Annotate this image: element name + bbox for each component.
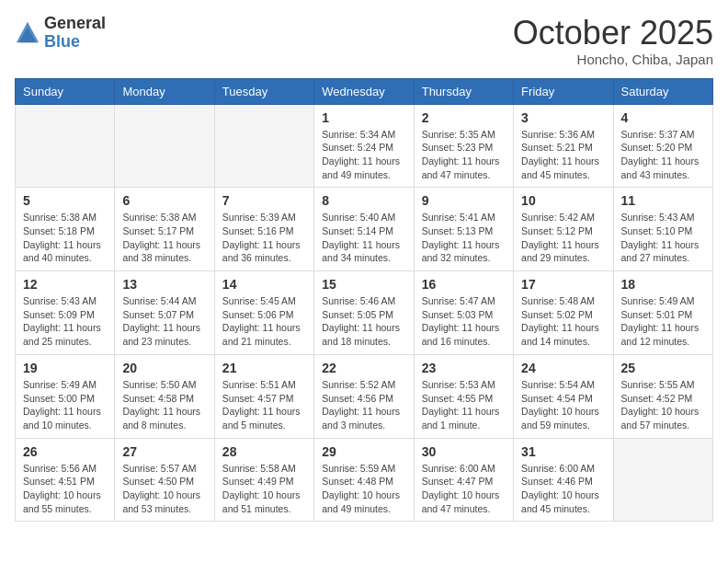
calendar-cell: 27Sunrise: 5:57 AM Sunset: 4:50 PM Dayli… (115, 438, 214, 522)
day-number: 22 (322, 361, 405, 375)
day-info: Sunrise: 5:44 AM Sunset: 5:07 PM Dayligh… (122, 294, 206, 349)
day-number: 14 (222, 277, 306, 292)
calendar-cell: 19Sunrise: 5:49 AM Sunset: 5:00 PM Dayli… (16, 354, 115, 438)
weekday-header-friday: Friday (514, 78, 613, 104)
calendar-cell: 9Sunrise: 5:41 AM Sunset: 5:13 PM Daylig… (414, 188, 513, 271)
day-info: Sunrise: 5:49 AM Sunset: 5:01 PM Dayligh… (621, 294, 705, 349)
calendar-header: SundayMondayTuesdayWednesdayThursdayFrid… (16, 78, 713, 104)
day-number: 27 (122, 444, 206, 459)
week-row-5: 26Sunrise: 5:56 AM Sunset: 4:51 PM Dayli… (16, 438, 713, 522)
day-info: Sunrise: 5:52 AM Sunset: 4:56 PM Dayligh… (322, 378, 405, 432)
day-number: 10 (521, 193, 605, 208)
calendar-cell: 2Sunrise: 5:35 AM Sunset: 5:23 PM Daylig… (414, 104, 513, 188)
calendar-cell: 7Sunrise: 5:39 AM Sunset: 5:16 PM Daylig… (214, 188, 313, 271)
day-info: Sunrise: 5:59 AM Sunset: 4:48 PM Dayligh… (322, 462, 405, 516)
day-info: Sunrise: 5:38 AM Sunset: 5:17 PM Dayligh… (122, 211, 206, 265)
calendar-cell: 20Sunrise: 5:50 AM Sunset: 4:58 PM Dayli… (115, 354, 214, 438)
day-number: 29 (322, 444, 405, 459)
day-number: 17 (521, 277, 605, 292)
day-info: Sunrise: 5:37 AM Sunset: 5:20 PM Dayligh… (621, 128, 705, 182)
day-info: Sunrise: 5:43 AM Sunset: 5:09 PM Dayligh… (23, 294, 107, 349)
day-number: 20 (122, 361, 206, 375)
calendar-cell: 11Sunrise: 5:43 AM Sunset: 5:10 PM Dayli… (613, 188, 712, 271)
day-number: 31 (521, 444, 605, 459)
day-number: 25 (621, 361, 705, 375)
day-number: 16 (422, 277, 506, 292)
day-number: 24 (521, 361, 605, 375)
calendar-cell (214, 104, 313, 188)
logo-icon (15, 20, 40, 46)
day-info: Sunrise: 5:56 AM Sunset: 4:51 PM Dayligh… (23, 462, 107, 516)
logo: General Blue (15, 15, 106, 52)
week-row-3: 12Sunrise: 5:43 AM Sunset: 5:09 PM Dayli… (16, 271, 713, 355)
day-info: Sunrise: 5:48 AM Sunset: 5:02 PM Dayligh… (521, 294, 605, 349)
calendar-cell: 5Sunrise: 5:38 AM Sunset: 5:18 PM Daylig… (16, 188, 115, 271)
day-number: 19 (23, 361, 107, 375)
calendar-cell: 22Sunrise: 5:52 AM Sunset: 4:56 PM Dayli… (314, 354, 414, 438)
calendar-cell (115, 104, 214, 188)
calendar-cell: 23Sunrise: 5:53 AM Sunset: 4:55 PM Dayli… (414, 354, 513, 438)
calendar-cell: 31Sunrise: 6:00 AM Sunset: 4:46 PM Dayli… (514, 438, 613, 522)
day-number: 11 (621, 193, 705, 208)
day-info: Sunrise: 5:41 AM Sunset: 5:13 PM Dayligh… (422, 211, 506, 265)
page-header: General Blue October 2025 Honcho, Chiba,… (15, 15, 713, 67)
calendar-cell: 30Sunrise: 6:00 AM Sunset: 4:47 PM Dayli… (414, 438, 513, 522)
day-info: Sunrise: 5:36 AM Sunset: 5:21 PM Dayligh… (521, 128, 605, 182)
weekday-header-sunday: Sunday (16, 78, 115, 104)
weekday-header-row: SundayMondayTuesdayWednesdayThursdayFrid… (16, 78, 713, 104)
calendar-cell: 28Sunrise: 5:58 AM Sunset: 4:49 PM Dayli… (214, 438, 313, 522)
calendar-title: October 2025 (513, 15, 713, 52)
day-info: Sunrise: 6:00 AM Sunset: 4:47 PM Dayligh… (422, 462, 506, 516)
calendar-cell: 25Sunrise: 5:55 AM Sunset: 4:52 PM Dayli… (613, 354, 712, 438)
day-info: Sunrise: 5:39 AM Sunset: 5:16 PM Dayligh… (222, 211, 306, 265)
day-number: 13 (122, 277, 206, 292)
day-number: 21 (222, 361, 306, 375)
day-number: 4 (621, 110, 705, 125)
calendar-cell: 4Sunrise: 5:37 AM Sunset: 5:20 PM Daylig… (613, 104, 712, 188)
day-info: Sunrise: 5:55 AM Sunset: 4:52 PM Dayligh… (621, 378, 705, 432)
weekday-header-saturday: Saturday (613, 78, 712, 104)
day-number: 12 (23, 277, 107, 292)
day-number: 15 (322, 277, 405, 292)
day-info: Sunrise: 5:35 AM Sunset: 5:23 PM Dayligh… (422, 128, 506, 182)
day-info: Sunrise: 5:57 AM Sunset: 4:50 PM Dayligh… (122, 462, 206, 516)
weekday-header-tuesday: Tuesday (214, 78, 313, 104)
weekday-header-thursday: Thursday (414, 78, 513, 104)
day-info: Sunrise: 5:51 AM Sunset: 4:57 PM Dayligh… (222, 378, 306, 432)
calendar-cell: 18Sunrise: 5:49 AM Sunset: 5:01 PM Dayli… (613, 271, 712, 355)
day-number: 18 (621, 277, 705, 292)
logo-text: General Blue (44, 15, 106, 52)
title-block: October 2025 Honcho, Chiba, Japan (513, 15, 713, 67)
day-info: Sunrise: 6:00 AM Sunset: 4:46 PM Dayligh… (521, 462, 605, 516)
day-info: Sunrise: 5:46 AM Sunset: 5:05 PM Dayligh… (322, 294, 405, 349)
calendar-cell: 12Sunrise: 5:43 AM Sunset: 5:09 PM Dayli… (16, 271, 115, 355)
day-info: Sunrise: 5:53 AM Sunset: 4:55 PM Dayligh… (422, 378, 506, 432)
calendar-cell: 17Sunrise: 5:48 AM Sunset: 5:02 PM Dayli… (514, 271, 613, 355)
calendar-subtitle: Honcho, Chiba, Japan (513, 52, 713, 67)
calendar-cell: 10Sunrise: 5:42 AM Sunset: 5:12 PM Dayli… (514, 188, 613, 271)
day-info: Sunrise: 5:45 AM Sunset: 5:06 PM Dayligh… (222, 294, 306, 349)
day-number: 9 (422, 193, 506, 208)
calendar-cell (613, 438, 712, 522)
day-info: Sunrise: 5:49 AM Sunset: 5:00 PM Dayligh… (23, 378, 107, 432)
weekday-header-wednesday: Wednesday (314, 78, 414, 104)
week-row-4: 19Sunrise: 5:49 AM Sunset: 5:00 PM Dayli… (16, 354, 713, 438)
calendar-table: SundayMondayTuesdayWednesdayThursdayFrid… (15, 78, 713, 523)
calendar-cell: 1Sunrise: 5:34 AM Sunset: 5:24 PM Daylig… (314, 104, 414, 188)
day-info: Sunrise: 5:47 AM Sunset: 5:03 PM Dayligh… (422, 294, 506, 349)
calendar-cell: 3Sunrise: 5:36 AM Sunset: 5:21 PM Daylig… (514, 104, 613, 188)
day-info: Sunrise: 5:38 AM Sunset: 5:18 PM Dayligh… (23, 211, 107, 265)
day-number: 3 (521, 110, 605, 125)
calendar-cell: 14Sunrise: 5:45 AM Sunset: 5:06 PM Dayli… (214, 271, 313, 355)
day-number: 23 (422, 361, 506, 375)
week-row-2: 5Sunrise: 5:38 AM Sunset: 5:18 PM Daylig… (16, 188, 713, 271)
day-info: Sunrise: 5:58 AM Sunset: 4:49 PM Dayligh… (222, 462, 306, 516)
calendar-cell: 6Sunrise: 5:38 AM Sunset: 5:17 PM Daylig… (115, 188, 214, 271)
day-info: Sunrise: 5:40 AM Sunset: 5:14 PM Dayligh… (322, 211, 405, 265)
calendar-cell: 29Sunrise: 5:59 AM Sunset: 4:48 PM Dayli… (314, 438, 414, 522)
day-info: Sunrise: 5:34 AM Sunset: 5:24 PM Dayligh… (322, 128, 405, 182)
day-info: Sunrise: 5:50 AM Sunset: 4:58 PM Dayligh… (122, 378, 206, 432)
calendar-cell: 24Sunrise: 5:54 AM Sunset: 4:54 PM Dayli… (514, 354, 613, 438)
day-number: 1 (322, 110, 405, 125)
day-info: Sunrise: 5:42 AM Sunset: 5:12 PM Dayligh… (521, 211, 605, 265)
